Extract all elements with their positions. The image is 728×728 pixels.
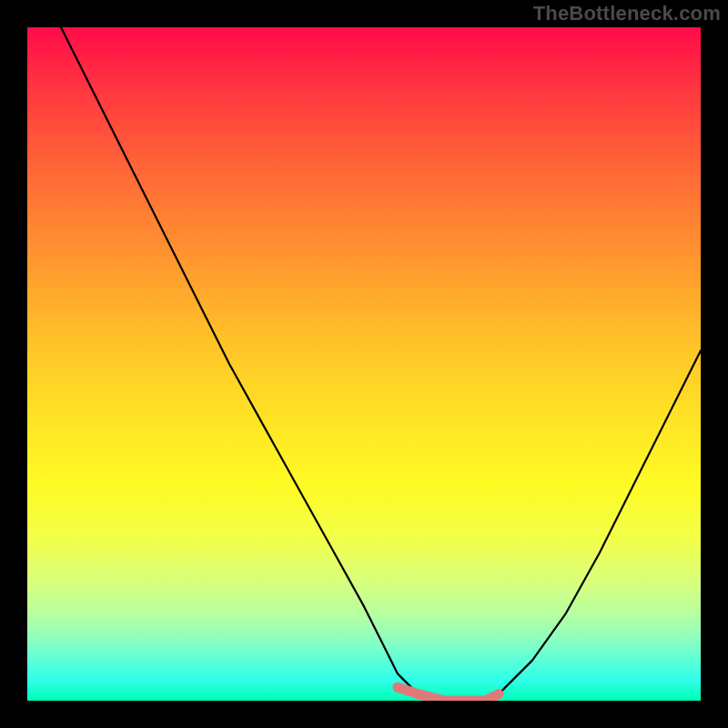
chart-frame: TheBottleneck.com bbox=[0, 0, 728, 728]
flat-marker-path bbox=[398, 687, 499, 701]
watermark-text: TheBottleneck.com bbox=[533, 2, 721, 25]
curve-svg bbox=[27, 27, 701, 701]
bottleneck-curve-path bbox=[61, 27, 701, 701]
plot-area bbox=[27, 27, 701, 701]
